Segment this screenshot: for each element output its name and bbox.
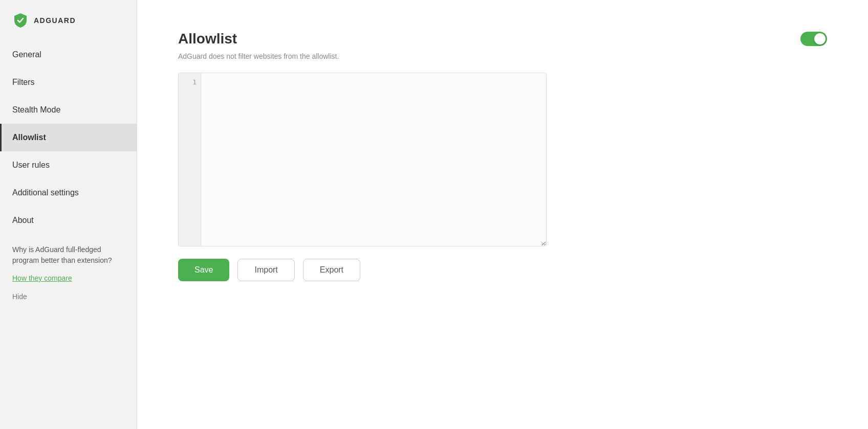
toggle-track: [800, 32, 827, 46]
sidebar-item-about[interactable]: About: [0, 207, 137, 234]
page-title: Allowlist: [178, 31, 237, 47]
editor-container: 1 ↘: [178, 73, 547, 246]
button-row: Save Import Export: [178, 259, 827, 281]
export-button[interactable]: Export: [303, 259, 360, 281]
page-subtitle: AdGuard does not filter websites from th…: [178, 52, 827, 60]
line-number-1: 1: [179, 77, 201, 87]
toggle-thumb: [814, 33, 826, 44]
sidebar-item-stealth-mode[interactable]: Stealth Mode: [0, 96, 137, 124]
sidebar-item-additional-settings[interactable]: Additional settings: [0, 179, 137, 207]
allowlist-toggle[interactable]: [800, 32, 827, 46]
sidebar-compare-link[interactable]: How they compare: [0, 272, 137, 288]
resize-handle-icon[interactable]: ↘: [540, 240, 545, 245]
sidebar-promo-text: Why is AdGuard full-fledged program bett…: [0, 234, 137, 272]
import-button[interactable]: Import: [237, 259, 294, 281]
logo-area: ADGUARD: [0, 0, 137, 41]
sidebar: ADGUARD General Filters Stealth Mode All…: [0, 0, 137, 429]
save-button[interactable]: Save: [178, 259, 229, 281]
sidebar-hide-label[interactable]: Hide: [0, 288, 137, 305]
line-numbers-panel: 1: [179, 73, 201, 246]
page-header: Allowlist: [178, 31, 827, 47]
sidebar-item-general[interactable]: General: [0, 41, 137, 69]
sidebar-item-filters[interactable]: Filters: [0, 69, 137, 96]
main-content: Allowlist AdGuard does not filter websit…: [137, 0, 868, 429]
logo-text: ADGUARD: [34, 16, 76, 25]
allowlist-editor[interactable]: [201, 73, 546, 246]
sidebar-item-user-rules[interactable]: User rules: [0, 151, 137, 179]
sidebar-item-allowlist[interactable]: Allowlist: [0, 124, 137, 151]
adguard-logo-icon: [12, 12, 29, 29]
